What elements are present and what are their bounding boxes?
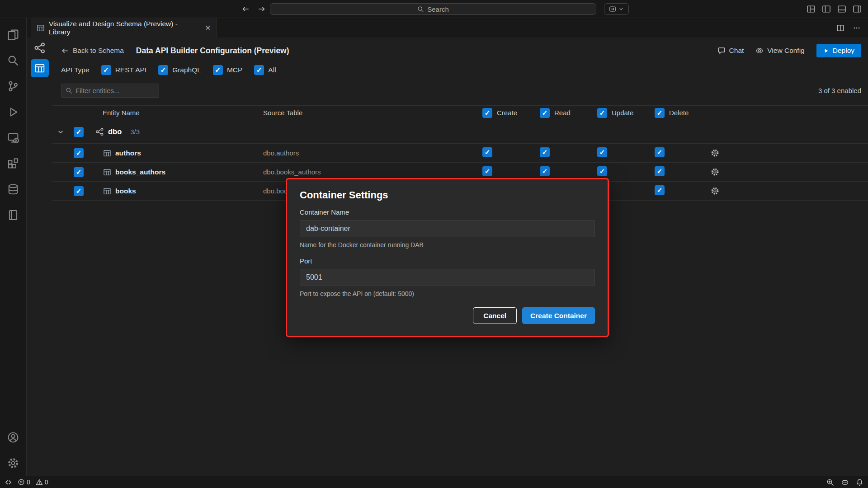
command-center-search[interactable]: Search [270, 3, 596, 15]
update-all-checkbox[interactable] [597, 108, 607, 118]
create-container-button[interactable]: Create Container [522, 307, 595, 324]
row-settings-gear-icon[interactable] [711, 149, 868, 157]
filter-graphql[interactable]: GraphQL [158, 65, 201, 75]
delete-all-checkbox[interactable] [655, 108, 665, 118]
filter-rest-api[interactable]: REST API [101, 65, 147, 75]
remote-explorer-icon[interactable] [0, 125, 27, 150]
delete-checkbox[interactable] [655, 185, 665, 195]
all-checkbox[interactable] [254, 65, 264, 75]
toggle-sidebar-icon[interactable] [822, 5, 831, 14]
chat-label: Chat [729, 47, 744, 55]
cancel-button[interactable]: Cancel [473, 307, 517, 324]
title-bar: Search [0, 0, 868, 18]
eye-icon [755, 47, 764, 55]
entity-name: books_authors [115, 168, 165, 176]
create-all-checkbox[interactable] [482, 108, 492, 118]
api-type-label: API Type [61, 66, 90, 74]
filter-all[interactable]: All [254, 65, 276, 75]
zoom-icon[interactable] [826, 479, 834, 486]
tab-visualize-design-schema[interactable]: Visualize and Design Schema (Preview) - … [31, 18, 217, 38]
rest-api-checkbox[interactable] [101, 65, 111, 75]
deploy-label: Deploy [833, 47, 854, 55]
table-designer-active-icon[interactable] [31, 59, 49, 77]
graphql-checkbox[interactable] [158, 65, 168, 75]
entity-name-header: Entity Name [89, 109, 263, 117]
customize-layout-icon[interactable] [807, 5, 816, 14]
source-table-header: Source Table [263, 109, 479, 117]
vscode-window: Search Visualize and Design Schema (Prev… [0, 0, 868, 488]
container-name-help: Name for the Docker container running DA… [300, 241, 595, 249]
copilot-status-icon[interactable] [841, 478, 849, 486]
run-debug-icon[interactable] [0, 99, 27, 125]
read-checkbox[interactable] [540, 147, 550, 157]
toggle-secondary-sidebar-icon[interactable] [853, 5, 862, 14]
entity-name: authors [115, 149, 141, 157]
delete-checkbox[interactable] [655, 166, 665, 176]
row-settings-gear-icon[interactable] [711, 168, 868, 176]
schema-visualizer-icon[interactable] [34, 42, 46, 54]
page-title: Data API Builder Configuration (Preview) [136, 46, 289, 56]
update-checkbox[interactable] [597, 147, 607, 157]
schema-group-checkbox[interactable] [74, 127, 84, 137]
database-icon[interactable] [0, 176, 27, 202]
settings-gear-icon[interactable] [0, 450, 27, 476]
account-icon[interactable] [0, 424, 27, 450]
warnings-count: 0 [45, 479, 48, 486]
enabled-summary: 3 of 3 enabled [818, 87, 861, 94]
toggle-panel-icon[interactable] [837, 5, 846, 14]
table-icon [103, 149, 111, 157]
entity-source: dbo.books_authors [263, 168, 479, 176]
schema-icon [95, 127, 104, 136]
row-settings-gear-icon[interactable] [711, 187, 868, 195]
more-actions-icon[interactable] [853, 24, 861, 32]
view-config-button[interactable]: View Config [755, 47, 804, 55]
source-control-icon[interactable] [0, 73, 27, 99]
port-input[interactable] [300, 269, 595, 286]
row-checkbox[interactable] [74, 186, 84, 196]
table-icon [103, 187, 111, 195]
read-all-checkbox[interactable] [540, 108, 550, 118]
search-sidebar-icon[interactable] [0, 47, 27, 73]
row-checkbox[interactable] [74, 167, 84, 177]
warnings-indicator[interactable]: 0 [36, 479, 48, 486]
filter-mcp[interactable]: MCP [213, 65, 242, 75]
play-icon [823, 48, 829, 54]
update-checkbox[interactable] [597, 166, 607, 176]
remote-indicator-icon[interactable] [5, 479, 12, 486]
notifications-bell-icon[interactable] [856, 479, 863, 486]
tab-close-icon[interactable]: ✕ [205, 24, 211, 32]
read-checkbox[interactable] [540, 166, 550, 176]
mcp-checkbox[interactable] [213, 65, 223, 75]
explorer-icon[interactable] [0, 22, 27, 47]
delete-checkbox[interactable] [655, 147, 665, 157]
session-icon [609, 5, 616, 13]
deploy-button[interactable]: Deploy [816, 44, 861, 57]
api-type-filters: API Type REST API GraphQL MCP All [61, 65, 276, 75]
tab-title: Visualize and Design Schema (Preview) - … [49, 20, 201, 36]
back-to-schema-link[interactable]: Back to Schema [61, 47, 124, 55]
entity-source: dbo.authors [263, 149, 479, 157]
chevron-down-icon [618, 6, 624, 12]
extensions-icon[interactable] [0, 150, 27, 176]
back-label: Back to Schema [73, 47, 124, 55]
nav-back-icon[interactable] [241, 5, 250, 13]
collapse-chevron-icon[interactable] [52, 128, 69, 136]
filter-entities-input[interactable] [75, 87, 165, 94]
split-editor-icon[interactable] [836, 24, 844, 32]
nav-forward-icon[interactable] [258, 5, 266, 13]
status-bar: 0 0 [0, 476, 868, 488]
create-checkbox[interactable] [482, 166, 492, 176]
errors-indicator[interactable]: 0 [18, 479, 30, 486]
activity-bar [0, 18, 27, 476]
chat-button[interactable]: Chat [717, 47, 744, 55]
mcp-label: MCP [227, 66, 242, 74]
container-name-input[interactable] [300, 220, 595, 237]
row-checkbox[interactable] [74, 148, 84, 158]
create-checkbox[interactable] [482, 147, 492, 157]
search-label: Search [427, 5, 449, 13]
container-settings-dialog: Container Settings Container Name Name f… [286, 178, 609, 337]
search-icon [417, 6, 424, 13]
update-header: Update [612, 109, 633, 117]
session-dropdown-button[interactable] [604, 3, 629, 15]
notebook-icon[interactable] [0, 202, 27, 228]
